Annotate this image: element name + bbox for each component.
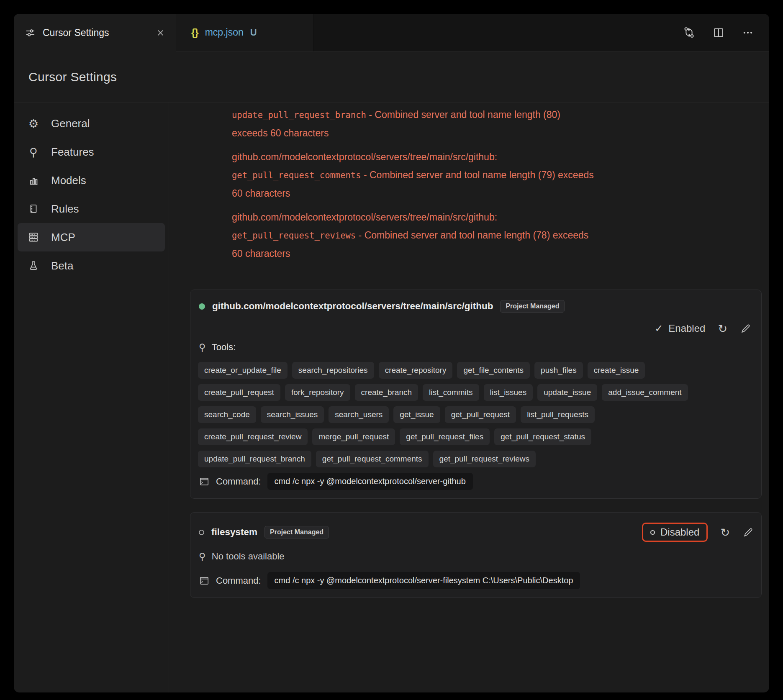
mcp-settings-panel: update_pull_request_branch - Combined se… [169, 103, 769, 692]
tool-chip: add_issue_comment [602, 384, 688, 401]
sidebar-item-features[interactable]: ⚲ Features [18, 138, 165, 166]
error-message: github.com/modelcontextprotocol/servers/… [232, 148, 762, 203]
tool-chip: create_repository [379, 362, 453, 379]
sidebar-item-label: Rules [51, 203, 79, 215]
no-tools-label: No tools available [212, 551, 285, 562]
tab-bar: Cursor Settings {} mcp.json U [14, 14, 769, 51]
close-icon[interactable] [156, 28, 165, 37]
tool-name-mono: get_pull_request_comments [232, 170, 361, 180]
tools-icon: ⚲ [27, 146, 40, 159]
sidebar-item-models[interactable]: Models [18, 166, 165, 195]
more-actions-icon[interactable] [742, 26, 754, 39]
split-editor-icon[interactable] [712, 26, 725, 39]
sidebar-item-label: General [51, 117, 90, 130]
status-label: Disabled [660, 526, 699, 538]
tool-chip: create_pull_request_review [198, 428, 308, 445]
check-icon: ✓ [655, 323, 663, 334]
tool-chip: merge_pull_request [312, 428, 395, 445]
command-label: Command: [216, 476, 261, 487]
tab-bar-actions [313, 14, 769, 51]
tool-chip: create_issue [588, 362, 645, 379]
tool-chip-row: update_pull_request_branchget_pull_reque… [198, 451, 754, 467]
tool-chip-row: create_pull_requestfork_repositorycreate… [198, 384, 754, 401]
edit-icon[interactable] [742, 527, 754, 538]
git-status-badge: U [250, 27, 257, 38]
sidebar-item-label: MCP [51, 231, 75, 244]
tab-cursor-settings[interactable]: Cursor Settings [14, 14, 176, 51]
tool-chip: search_users [329, 406, 389, 423]
tab-label: Cursor Settings [43, 27, 109, 38]
settings-sidebar: ⚙ General ⚲ Features Models [14, 103, 169, 692]
sliders-icon [25, 27, 36, 38]
sidebar-item-beta[interactable]: Beta [18, 251, 165, 280]
project-managed-badge: Project Managed [264, 526, 329, 538]
sidebar-item-label: Features [51, 146, 94, 159]
tool-chip: update_issue [537, 384, 597, 401]
status-dot-disabled [199, 530, 204, 535]
page-title: Cursor Settings [28, 70, 117, 84]
server-name: filesystem [211, 527, 257, 538]
tool-chip: get_pull_request [445, 406, 516, 423]
tool-chip: list_issues [484, 384, 533, 401]
refresh-icon[interactable]: ↻ [720, 527, 730, 538]
command-value: cmd /c npx -y @modelcontextprotocol/serv… [267, 572, 580, 589]
tool-chip: get_pull_request_status [494, 428, 591, 445]
tool-chip: search_code [198, 406, 256, 423]
status-dot-enabled [199, 303, 205, 310]
tool-chip: search_issues [261, 406, 324, 423]
command-icon [199, 476, 210, 487]
tool-chip-row: create_or_update_filesearch_repositories… [198, 362, 754, 379]
gear-icon: ⚙ [27, 117, 40, 130]
page-header: Cursor Settings [14, 51, 769, 103]
tool-chip: fork_repository [285, 384, 350, 401]
tool-name-mono: update_pull_request_branch [232, 110, 366, 120]
server-card-github: github.com/modelcontextprotocol/servers/… [190, 290, 762, 499]
tool-chip: update_pull_request_branch [198, 451, 311, 467]
sidebar-item-label: Beta [51, 259, 74, 272]
tool-chip: get_pull_request_files [400, 428, 490, 445]
tool-chip-row: search_codesearch_issuessearch_usersget_… [198, 406, 754, 423]
status-label: Enabled [668, 323, 705, 334]
tools-label: Tools: [212, 342, 236, 353]
sidebar-item-mcp[interactable]: MCP [18, 223, 165, 251]
server-card-filesystem: filesystem Project Managed Disabled ↻ [190, 512, 762, 598]
error-message: update_pull_request_branch - Combined se… [232, 106, 762, 142]
editor-window: Cursor Settings {} mcp.json U [14, 14, 769, 692]
command-label: Command: [216, 575, 261, 586]
tab-mcp-json[interactable]: {} mcp.json U [176, 14, 313, 51]
json-braces-icon: {} [191, 27, 198, 38]
open-changes-icon[interactable] [683, 26, 696, 39]
command-icon [199, 575, 210, 586]
tool-chip: create_pull_request [198, 384, 280, 401]
flask-icon [27, 260, 40, 271]
disabled-toggle[interactable]: Disabled [642, 523, 708, 542]
enabled-toggle[interactable]: ✓ Enabled [655, 323, 705, 334]
tools-icon: ⚲ [199, 551, 206, 562]
tool-chip: list_commits [423, 384, 479, 401]
tool-chip: list_pull_requests [521, 406, 595, 423]
error-message: github.com/modelcontextprotocol/servers/… [232, 208, 762, 263]
tool-chip: push_files [534, 362, 583, 379]
refresh-icon[interactable]: ↻ [718, 323, 727, 334]
tool-chip: search_repositories [292, 362, 374, 379]
error-list: update_pull_request_branch - Combined se… [232, 106, 762, 263]
tool-chip-row: create_pull_request_reviewmerge_pull_req… [198, 428, 754, 445]
sidebar-item-general[interactable]: ⚙ General [18, 109, 165, 138]
server-name: github.com/modelcontextprotocol/servers/… [212, 301, 493, 312]
tab-label: mcp.json [205, 27, 244, 38]
command-value: cmd /c npx -y @modelcontextprotocol/serv… [267, 473, 473, 490]
tool-chip: create_or_update_file [198, 362, 288, 379]
project-managed-badge: Project Managed [500, 300, 565, 313]
tool-chip: get_pull_request_reviews [433, 451, 536, 467]
sidebar-item-label: Models [51, 174, 86, 187]
tool-chip: get_file_contents [457, 362, 530, 379]
tool-chip: create_branch [355, 384, 418, 401]
edit-icon[interactable] [740, 323, 751, 334]
circle-icon [650, 530, 655, 535]
tools-icon: ⚲ [199, 342, 206, 353]
tool-name-mono: get_pull_request_reviews [232, 231, 356, 241]
sidebar-item-rules[interactable]: Rules [18, 195, 165, 223]
tool-chip: get_pull_request_comments [316, 451, 429, 467]
bar-chart-icon [27, 174, 40, 186]
notebook-icon [27, 203, 40, 214]
